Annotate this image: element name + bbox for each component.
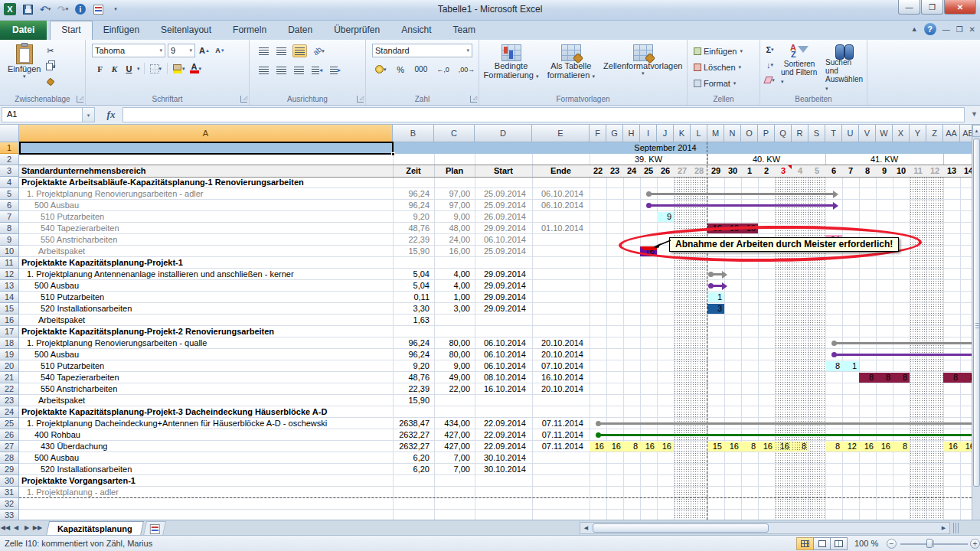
cell-C21[interactable]: 49,00 xyxy=(434,372,470,383)
cell-C6[interactable]: 97,00 xyxy=(434,200,470,211)
row-header-4[interactable]: 4 xyxy=(0,177,19,188)
task-label-r27[interactable]: 430 Überdachung xyxy=(41,441,393,452)
task-label-r8[interactable]: 540 Tapezierarbeiten xyxy=(41,223,393,234)
cell-B14[interactable]: 0,11 xyxy=(393,292,430,303)
delete-cells-button[interactable]: Löschen▾ xyxy=(692,60,760,73)
col-header-F[interactable]: F xyxy=(590,125,606,142)
col-header-W[interactable]: W xyxy=(876,125,893,142)
autosum-button[interactable]: Σ▾ xyxy=(763,43,776,56)
task-label-r25[interactable]: 1. Projektplanung Dacheindeckung+Antenne… xyxy=(27,418,393,429)
task-label-r30[interactable]: Projektakte Vorgangsarten-1 xyxy=(21,475,393,487)
window-minimize-button[interactable]: — xyxy=(898,0,920,15)
gantt-bar-r27[interactable]: 81216168 xyxy=(825,442,910,452)
task-label-r6[interactable]: 500 Ausbau xyxy=(34,200,393,211)
cell-C13[interactable]: 4,00 xyxy=(434,280,470,292)
zoom-level[interactable]: 100 % xyxy=(854,539,878,548)
insert-worksheet-button[interactable] xyxy=(143,521,166,536)
cell-B5[interactable]: 96,24 xyxy=(393,188,430,200)
col-header-P[interactable]: P xyxy=(758,125,775,142)
formula-input[interactable] xyxy=(122,107,965,122)
col-header-Z[interactable]: Z xyxy=(926,125,943,142)
cell-E26[interactable]: 07.11.2014 xyxy=(532,429,583,441)
cell-D8[interactable]: 29.09.2014 xyxy=(475,223,526,234)
day-header-4[interactable]: 4 xyxy=(792,165,808,177)
day-header-6[interactable]: 6 xyxy=(825,165,842,177)
cell-C15[interactable]: 3,00 xyxy=(434,303,470,315)
normal-view-button[interactable] xyxy=(796,537,814,550)
window-close-button[interactable]: ✕ xyxy=(944,0,976,15)
col-header-I[interactable]: I xyxy=(640,125,657,142)
col-header-S[interactable]: S xyxy=(808,125,825,142)
tab-start[interactable]: Start xyxy=(50,21,92,40)
cell-C27[interactable]: 427,00 xyxy=(434,441,470,452)
day-header-11[interactable]: 11 xyxy=(910,165,926,177)
cell-B25[interactable]: 2638,47 xyxy=(393,418,430,429)
cell-E6[interactable]: 06.10.2014 xyxy=(532,200,583,211)
last-sheet-icon[interactable]: ▶▶ xyxy=(32,520,43,536)
cell-C18[interactable]: 80,00 xyxy=(434,337,470,349)
col-header-E[interactable]: E xyxy=(532,125,590,142)
day-header-3[interactable]: 3 xyxy=(775,165,792,177)
task-label-r24[interactable]: Projektakte Kapazitätsplanung-Projekt-3 … xyxy=(21,406,393,418)
col-header-R[interactable]: R xyxy=(792,125,808,142)
cell-D9[interactable]: 06.10.2014 xyxy=(475,234,526,246)
font-size-combo[interactable]: 9▾ xyxy=(168,44,195,57)
row-header-8[interactable]: 8 xyxy=(0,223,19,234)
task-label-r31[interactable]: 1. Projektplanung - adler xyxy=(27,487,393,498)
gantt-bar-r27[interactable]: 1516816168 xyxy=(707,442,808,452)
conditional-formatting-button[interactable]: BedingteFormatierung ▾ xyxy=(481,43,542,81)
scroll-up-icon[interactable]: ▲ xyxy=(972,125,980,137)
task-label-r12[interactable]: 1. Projektplanung Antennenanlage install… xyxy=(27,269,393,280)
cell-D5[interactable]: 25.09.2014 xyxy=(475,188,526,200)
task-label-r4[interactable]: Projektakte Arbeitsabläufe-Kapazitätspla… xyxy=(21,177,393,188)
row-header-22[interactable]: 22 xyxy=(0,383,19,395)
task-label-r5[interactable]: 1. Projektplanung Renovierungsarbeiten -… xyxy=(27,188,393,200)
alignment-dialog-launcher[interactable]: ◿ xyxy=(357,96,364,103)
cell-B23[interactable]: 15,90 xyxy=(393,395,430,406)
row-header-17[interactable]: 17 xyxy=(0,326,19,337)
font-dialog-launcher[interactable]: ◿ xyxy=(240,96,247,103)
sort-filter-button[interactable]: AZ Sortieren und Filtern ▾ xyxy=(778,43,821,93)
name-box[interactable]: A1 xyxy=(2,107,83,122)
tab-formeln[interactable]: Formeln xyxy=(222,21,277,40)
fill-color-button[interactable]: ▾ xyxy=(172,62,187,75)
gantt-bar-r15[interactable]: 3 xyxy=(707,304,724,314)
row-header-3[interactable]: 3 xyxy=(0,165,19,177)
cell-D18[interactable]: 06.10.2014 xyxy=(475,337,526,349)
sheet-tab-kapazitaetsplanung[interactable]: Kapazitätsplanung xyxy=(46,521,144,536)
tab-team[interactable]: Team xyxy=(443,21,486,40)
cell-D14[interactable]: 29.09.2014 xyxy=(475,292,526,303)
col-header-G[interactable]: G xyxy=(606,125,623,142)
row-header-33[interactable]: 33 xyxy=(0,510,19,520)
row-header-24[interactable]: 24 xyxy=(0,406,19,418)
cell-B29[interactable]: 6,20 xyxy=(393,464,430,475)
row-header-9[interactable]: 9 xyxy=(0,234,19,246)
row-header-29[interactable]: 29 xyxy=(0,464,19,475)
cell-B20[interactable]: 9,20 xyxy=(393,360,430,372)
day-header-14[interactable]: 14 xyxy=(960,165,972,177)
day-header-5[interactable]: 5 xyxy=(808,165,825,177)
task-label-r26[interactable]: 400 Rohbau xyxy=(34,429,393,441)
gantt-bar-r20[interactable]: 81 xyxy=(825,361,859,371)
window-restore-button[interactable]: ❐ xyxy=(921,0,943,15)
cell-C7[interactable]: 9,00 xyxy=(434,211,470,223)
gantt-bar-r14[interactable]: 1 xyxy=(707,292,724,302)
col-header-Q[interactable]: Q xyxy=(775,125,792,142)
cell-B15[interactable]: 3,30 xyxy=(393,303,430,315)
cell-E8[interactable]: 01.10.2014 xyxy=(532,223,583,234)
row-header-26[interactable]: 26 xyxy=(0,429,19,441)
row-header-31[interactable]: 31 xyxy=(0,487,19,498)
task-label-r29[interactable]: 520 Installationsarbeiten xyxy=(41,464,393,475)
cell-D6[interactable]: 25.09.2014 xyxy=(475,200,526,211)
cell-D22[interactable]: 16.10.2014 xyxy=(475,383,526,395)
col-header-L[interactable]: L xyxy=(691,125,707,142)
cell-C10[interactable]: 16,00 xyxy=(434,246,470,257)
align-middle-button[interactable] xyxy=(275,44,288,57)
row-header-19[interactable]: 19 xyxy=(0,349,19,360)
gantt-bar-r21[interactable]: 88 xyxy=(943,373,972,383)
vertical-scrollbar[interactable]: ▲ xyxy=(972,125,980,520)
cell-D12[interactable]: 29.09.2014 xyxy=(475,269,526,280)
col-header-J[interactable]: J xyxy=(657,125,674,142)
align-left-button[interactable] xyxy=(257,64,270,77)
cell-C29[interactable]: 7,00 xyxy=(434,464,470,475)
